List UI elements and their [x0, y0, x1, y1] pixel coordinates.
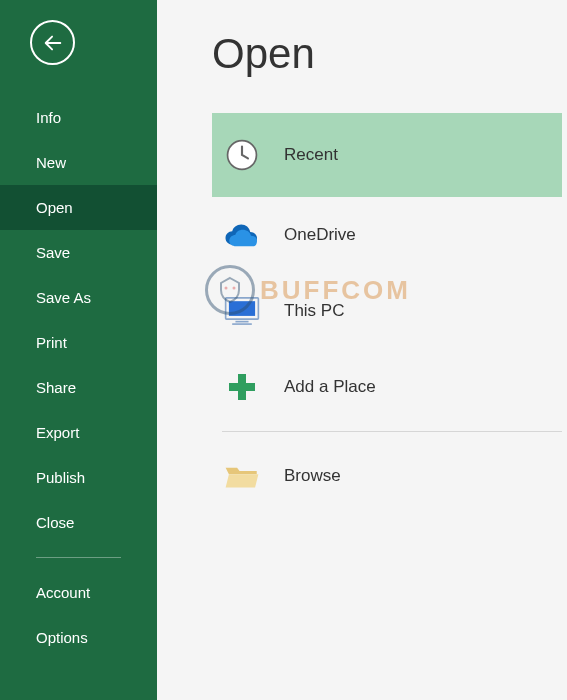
- sidebar-item-label: Share: [36, 379, 76, 396]
- source-item-add-place[interactable]: Add a Place: [212, 349, 562, 425]
- sidebar-item-label: Info: [36, 109, 61, 126]
- svg-rect-3: [235, 321, 248, 323]
- arrow-left-icon: [42, 32, 64, 54]
- sidebar-item-label: New: [36, 154, 66, 171]
- source-item-browse[interactable]: Browse: [212, 438, 562, 514]
- sidebar-item-label: Account: [36, 584, 90, 601]
- source-item-recent[interactable]: Recent: [212, 113, 562, 197]
- source-label: Recent: [284, 145, 338, 165]
- sidebar-item-label: Save: [36, 244, 70, 261]
- sidebar-item-print[interactable]: Print: [0, 320, 157, 365]
- source-item-this-pc[interactable]: This PC: [212, 273, 562, 349]
- page-title: Open: [212, 30, 567, 78]
- sidebar-item-publish[interactable]: Publish: [0, 455, 157, 500]
- sidebar-item-export[interactable]: Export: [0, 410, 157, 455]
- sidebar-item-label: Open: [36, 199, 73, 216]
- source-label: OneDrive: [284, 225, 356, 245]
- sidebar-item-label: Save As: [36, 289, 91, 306]
- sidebar-item-label: Close: [36, 514, 74, 531]
- source-label: This PC: [284, 301, 344, 321]
- sidebar-item-label: Options: [36, 629, 88, 646]
- sidebar-item-label: Export: [36, 424, 79, 441]
- sidebar-item-close[interactable]: Close: [0, 500, 157, 545]
- source-label: Add a Place: [284, 377, 376, 397]
- svg-rect-4: [232, 323, 252, 325]
- monitor-icon: [222, 291, 262, 331]
- plus-icon: [222, 367, 262, 407]
- sidebar-item-new[interactable]: New: [0, 140, 157, 185]
- back-button[interactable]: [30, 20, 75, 65]
- folder-open-icon: [222, 456, 262, 496]
- open-source-list: Recent OneDrive This PC Add a Place: [212, 113, 562, 514]
- sidebar-item-save[interactable]: Save: [0, 230, 157, 275]
- sidebar-item-label: Print: [36, 334, 67, 351]
- main-panel: Open Recent OneDrive This PC Add a Place: [157, 0, 567, 700]
- cloud-icon: [222, 215, 262, 255]
- sidebar-item-share[interactable]: Share: [0, 365, 157, 410]
- sidebar-item-label: Publish: [36, 469, 85, 486]
- source-item-onedrive[interactable]: OneDrive: [212, 197, 562, 273]
- sidebar-item-save-as[interactable]: Save As: [0, 275, 157, 320]
- sidebar-item-open[interactable]: Open: [0, 185, 157, 230]
- sidebar-item-account[interactable]: Account: [0, 570, 157, 615]
- svg-rect-2: [229, 301, 255, 316]
- svg-rect-6: [229, 383, 255, 391]
- sidebar-item-info[interactable]: Info: [0, 95, 157, 140]
- clock-icon: [222, 135, 262, 175]
- source-divider: [222, 431, 562, 432]
- sidebar-item-options[interactable]: Options: [0, 615, 157, 660]
- sidebar-divider: [36, 557, 121, 558]
- backstage-sidebar: Info New Open Save Save As Print Share E…: [0, 0, 157, 700]
- source-label: Browse: [284, 466, 341, 486]
